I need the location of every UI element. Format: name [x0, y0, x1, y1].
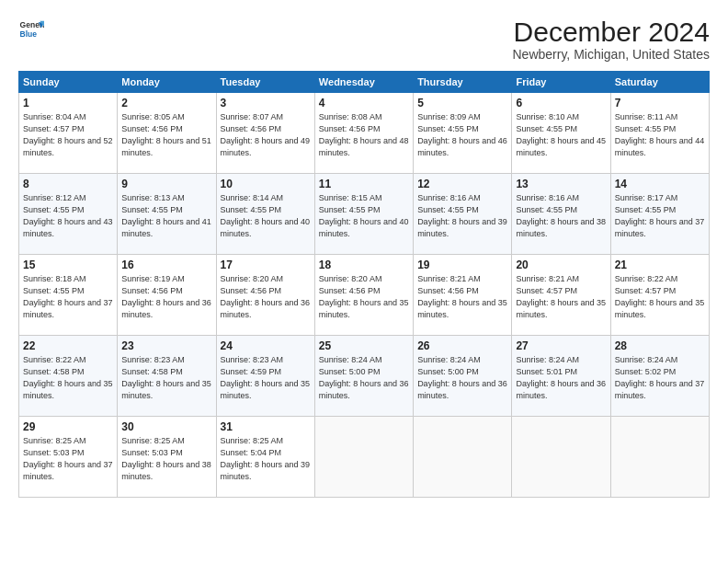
day-number: 4 [319, 97, 409, 109]
day-cell [414, 417, 512, 498]
day-cell: 19 Sunrise: 8:21 AM Sunset: 4:56 PM Dayl… [414, 255, 512, 336]
day-info: Sunrise: 8:24 AM Sunset: 5:02 PM Dayligh… [615, 354, 705, 402]
day-info: Sunrise: 8:04 AM Sunset: 4:57 PM Dayligh… [23, 111, 113, 159]
day-info: Sunrise: 8:25 AM Sunset: 5:03 PM Dayligh… [121, 435, 211, 483]
day-cell: 26 Sunrise: 8:24 AM Sunset: 5:00 PM Dayl… [414, 336, 512, 417]
day-number: 2 [121, 97, 211, 109]
day-cell: 24 Sunrise: 8:23 AM Sunset: 4:59 PM Dayl… [216, 336, 314, 417]
day-number: 31 [221, 420, 311, 433]
calendar-table: Sunday Monday Tuesday Wednesday Thursday… [18, 71, 710, 498]
day-cell: 18 Sunrise: 8:20 AM Sunset: 4:56 PM Dayl… [314, 255, 413, 336]
day-info: Sunrise: 8:21 AM Sunset: 4:57 PM Dayligh… [516, 273, 606, 321]
day-info: Sunrise: 8:19 AM Sunset: 4:56 PM Dayligh… [121, 273, 211, 321]
logo: General Blue [18, 17, 44, 42]
day-cell: 7 Sunrise: 8:11 AM Sunset: 4:55 PM Dayli… [610, 93, 709, 174]
day-number: 6 [516, 97, 606, 109]
day-cell: 23 Sunrise: 8:23 AM Sunset: 4:58 PM Dayl… [118, 336, 216, 417]
day-number: 27 [516, 339, 606, 352]
day-cell: 17 Sunrise: 8:20 AM Sunset: 4:56 PM Dayl… [216, 255, 314, 336]
day-info: Sunrise: 8:05 AM Sunset: 4:56 PM Dayligh… [121, 111, 211, 159]
logo-icon: General Blue [18, 17, 44, 42]
week-row-4: 22 Sunrise: 8:22 AM Sunset: 4:58 PM Dayl… [19, 336, 710, 417]
day-info: Sunrise: 8:16 AM Sunset: 4:55 PM Dayligh… [417, 192, 507, 240]
day-cell: 30 Sunrise: 8:25 AM Sunset: 5:03 PM Dayl… [118, 417, 216, 498]
day-cell: 13 Sunrise: 8:16 AM Sunset: 4:55 PM Dayl… [512, 174, 610, 255]
day-number: 29 [23, 420, 113, 433]
col-monday: Monday [118, 72, 216, 93]
day-number: 14 [615, 178, 705, 190]
day-info: Sunrise: 8:14 AM Sunset: 4:55 PM Dayligh… [221, 192, 311, 240]
day-cell: 14 Sunrise: 8:17 AM Sunset: 4:55 PM Dayl… [610, 174, 709, 255]
day-info: Sunrise: 8:21 AM Sunset: 4:56 PM Dayligh… [417, 273, 507, 321]
day-info: Sunrise: 8:25 AM Sunset: 5:03 PM Dayligh… [23, 435, 113, 483]
day-info: Sunrise: 8:12 AM Sunset: 4:55 PM Dayligh… [23, 192, 113, 240]
week-row-1: 1 Sunrise: 8:04 AM Sunset: 4:57 PM Dayli… [19, 93, 710, 174]
day-number: 28 [615, 339, 705, 352]
col-thursday: Thursday [414, 72, 512, 93]
day-number: 11 [319, 178, 409, 190]
day-number: 13 [516, 178, 606, 190]
day-cell: 2 Sunrise: 8:05 AM Sunset: 4:56 PM Dayli… [118, 93, 216, 174]
col-tuesday: Tuesday [216, 72, 314, 93]
calendar-body: 1 Sunrise: 8:04 AM Sunset: 4:57 PM Dayli… [19, 93, 710, 498]
day-info: Sunrise: 8:13 AM Sunset: 4:55 PM Dayligh… [121, 192, 211, 240]
page: General Blue December 2024 Newberry, Mic… [0, 0, 728, 507]
day-info: Sunrise: 8:20 AM Sunset: 4:56 PM Dayligh… [221, 273, 311, 321]
day-cell: 4 Sunrise: 8:08 AM Sunset: 4:56 PM Dayli… [314, 93, 413, 174]
day-info: Sunrise: 8:25 AM Sunset: 5:04 PM Dayligh… [221, 435, 311, 483]
day-info: Sunrise: 8:17 AM Sunset: 4:55 PM Dayligh… [615, 192, 705, 240]
day-info: Sunrise: 8:24 AM Sunset: 5:00 PM Dayligh… [319, 354, 409, 402]
calendar-header: Sunday Monday Tuesday Wednesday Thursday… [19, 72, 710, 93]
day-number: 12 [417, 178, 507, 190]
day-cell [512, 417, 610, 498]
col-wednesday: Wednesday [314, 72, 413, 93]
day-cell: 10 Sunrise: 8:14 AM Sunset: 4:55 PM Dayl… [216, 174, 314, 255]
day-cell: 5 Sunrise: 8:09 AM Sunset: 4:55 PM Dayli… [414, 93, 512, 174]
day-cell: 25 Sunrise: 8:24 AM Sunset: 5:00 PM Dayl… [314, 336, 413, 417]
day-cell: 20 Sunrise: 8:21 AM Sunset: 4:57 PM Dayl… [512, 255, 610, 336]
day-cell: 22 Sunrise: 8:22 AM Sunset: 4:58 PM Dayl… [19, 336, 118, 417]
day-info: Sunrise: 8:20 AM Sunset: 4:56 PM Dayligh… [319, 273, 409, 321]
day-info: Sunrise: 8:15 AM Sunset: 4:55 PM Dayligh… [319, 192, 409, 240]
week-row-3: 15 Sunrise: 8:18 AM Sunset: 4:55 PM Dayl… [19, 255, 710, 336]
day-info: Sunrise: 8:23 AM Sunset: 4:58 PM Dayligh… [121, 354, 211, 402]
day-number: 24 [221, 339, 311, 352]
header-row: Sunday Monday Tuesday Wednesday Thursday… [19, 72, 710, 93]
day-cell: 9 Sunrise: 8:13 AM Sunset: 4:55 PM Dayli… [118, 174, 216, 255]
day-number: 8 [23, 178, 113, 190]
col-saturday: Saturday [610, 72, 709, 93]
week-row-5: 29 Sunrise: 8:25 AM Sunset: 5:03 PM Dayl… [19, 417, 710, 498]
day-cell: 12 Sunrise: 8:16 AM Sunset: 4:55 PM Dayl… [414, 174, 512, 255]
day-info: Sunrise: 8:18 AM Sunset: 4:55 PM Dayligh… [23, 273, 113, 321]
svg-text:Blue: Blue [20, 29, 38, 39]
day-number: 16 [121, 259, 211, 271]
day-cell: 15 Sunrise: 8:18 AM Sunset: 4:55 PM Dayl… [19, 255, 118, 336]
day-cell: 29 Sunrise: 8:25 AM Sunset: 5:03 PM Dayl… [19, 417, 118, 498]
day-cell: 1 Sunrise: 8:04 AM Sunset: 4:57 PM Dayli… [19, 93, 118, 174]
day-info: Sunrise: 8:24 AM Sunset: 5:01 PM Dayligh… [516, 354, 606, 402]
day-cell: 28 Sunrise: 8:24 AM Sunset: 5:02 PM Dayl… [610, 336, 709, 417]
day-info: Sunrise: 8:09 AM Sunset: 4:55 PM Dayligh… [417, 111, 507, 159]
day-number: 9 [121, 178, 211, 190]
title-area: December 2024 Newberry, Michigan, United… [513, 17, 711, 62]
day-cell [610, 417, 709, 498]
day-number: 15 [23, 259, 113, 271]
day-number: 10 [221, 178, 311, 190]
header: General Blue December 2024 Newberry, Mic… [18, 17, 710, 62]
day-cell: 31 Sunrise: 8:25 AM Sunset: 5:04 PM Dayl… [216, 417, 314, 498]
day-info: Sunrise: 8:16 AM Sunset: 4:55 PM Dayligh… [516, 192, 606, 240]
subtitle: Newberry, Michigan, United States [513, 47, 711, 62]
day-info: Sunrise: 8:22 AM Sunset: 4:57 PM Dayligh… [615, 273, 705, 321]
day-number: 17 [221, 259, 311, 271]
day-cell: 11 Sunrise: 8:15 AM Sunset: 4:55 PM Dayl… [314, 174, 413, 255]
day-number: 23 [121, 339, 211, 352]
day-number: 19 [417, 259, 507, 271]
col-sunday: Sunday [19, 72, 118, 93]
day-cell: 3 Sunrise: 8:07 AM Sunset: 4:56 PM Dayli… [216, 93, 314, 174]
day-info: Sunrise: 8:08 AM Sunset: 4:56 PM Dayligh… [319, 111, 409, 159]
day-number: 26 [417, 339, 507, 352]
day-number: 21 [615, 259, 705, 271]
day-cell: 16 Sunrise: 8:19 AM Sunset: 4:56 PM Dayl… [118, 255, 216, 336]
day-info: Sunrise: 8:07 AM Sunset: 4:56 PM Dayligh… [221, 111, 311, 159]
col-friday: Friday [512, 72, 610, 93]
